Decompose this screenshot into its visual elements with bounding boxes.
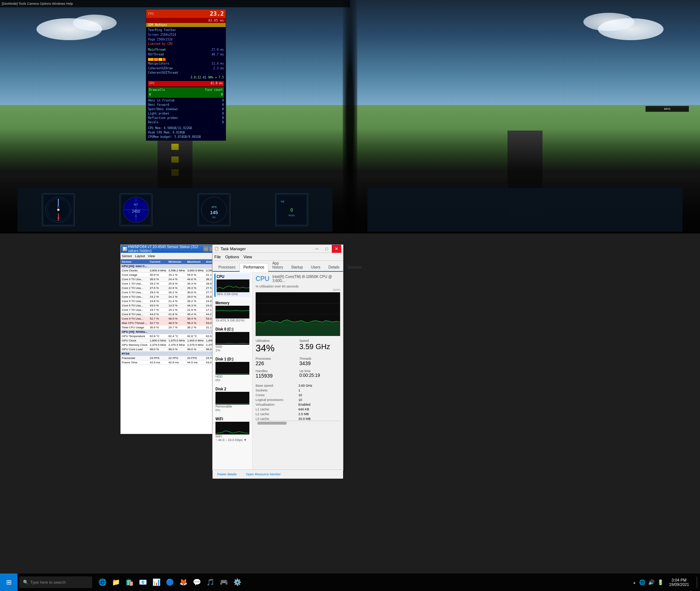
tab-processes[interactable]: Processes: [214, 263, 240, 271]
sidebar-disk0[interactable]: Disk 0 (C:) SSD1%: [214, 326, 250, 353]
util-label: Utilisation: [256, 339, 296, 343]
hwinfo-section-header: RTSS: [121, 352, 222, 356]
hwinfo-data-row[interactable]: GPU Clock1,890.0 MHz1,875.0 MHz1,905.0 M…: [121, 339, 222, 343]
sockets-row: Sockets:: [256, 389, 298, 392]
hwinfo-data-row[interactable]: Core 9 T0 Usa...52.7 %48.5 %56.4 %53.0 %: [121, 317, 222, 321]
disk1-mini-chart: [215, 362, 249, 375]
sidebar-disk1[interactable]: Disk 1 (D:) HDD0%: [214, 356, 250, 383]
taskbar-icon-excel[interactable]: 📊: [150, 576, 163, 589]
hwinfo-data-row[interactable]: Core 6 T0 Usa...43.0 %13.5 %44.3 %24.0 %: [121, 304, 222, 308]
tab-details[interactable]: Details: [324, 263, 344, 271]
taskbar-icon-settings[interactable]: ⚙️: [231, 576, 244, 589]
col-max[interactable]: Maximum: [186, 259, 205, 264]
vr-divider: [343, 0, 357, 233]
col-current[interactable]: Current: [149, 259, 167, 264]
tray-network[interactable]: 🌐: [639, 579, 645, 585]
cpu-stats: Utilisation 34% Speed 3.59 GHz Processes…: [256, 339, 340, 379]
hwinfo-data-row[interactable]: Frame Time42.9 ms42.6 ms44.5 ms43.0 ms: [121, 360, 222, 365]
taskbar-time: 3:04 PM: [669, 578, 689, 582]
hwinfo-data-row[interactable]: GPU Memory Clock2,375.5 MHz2,375.5 MHz2,…: [121, 343, 222, 347]
tab-performance[interactable]: Performance: [240, 263, 268, 272]
logical-val: 10: [299, 398, 341, 402]
taskbar-icon-chrome[interactable]: 🔵: [163, 576, 176, 589]
hwinfo-data-row[interactable]: Core 2 T0 Usa...27.6 %22.9 %29.3 %27.5 %: [121, 286, 222, 290]
taskbar-icon-store[interactable]: 🛍️: [123, 576, 136, 589]
taskbar-icon-spotify[interactable]: 🎵: [204, 576, 217, 589]
l2-row: L2 cache:: [256, 412, 298, 416]
menu-options[interactable]: Options: [225, 255, 239, 259]
base-speed-row: Base speed:: [256, 384, 298, 387]
threads-value: 3439: [299, 360, 340, 366]
tab-startup[interactable]: Startup: [287, 263, 307, 271]
hwinfo-data-row[interactable]: Core Usage30.9 %15.1 %54.6 %31.1 %: [121, 273, 222, 277]
hwinfo-data-row[interactable]: Core 8 T0 Usa...44.0 %41.8 %45.4 %44.2 %: [121, 312, 222, 317]
menu-view[interactable]: View: [244, 255, 252, 259]
taskmgr-maximize[interactable]: □: [322, 245, 331, 253]
hwinfo-data-row[interactable]: GPU Temperature62.8 °C62.4 °C62.8 °C62.6…: [121, 334, 222, 339]
reflection-probes: 0: [222, 116, 224, 120]
cpu-utilization-label: % Utilisation over 60 seconds: [256, 285, 340, 288]
sidebar-cpu[interactable]: CPU 34% 3.59 GHz: [214, 274, 250, 297]
taskbar-icon-firefox[interactable]: 🦊: [177, 576, 190, 589]
virt-label: Virtualisation:: [256, 403, 275, 406]
col-sensor[interactable]: Sensor: [121, 259, 149, 264]
disk0-sidebar-detail: SSD1%: [215, 345, 249, 352]
cores-row: Cores:: [256, 393, 298, 397]
cpu-handles-stat: Handles 115939: [256, 369, 296, 379]
hwinfo-data-row[interactable]: Core 1 T0 Usa...29.2 %25.6 %34.3 %28.8 %: [121, 282, 222, 286]
hwinfo-data-row[interactable]: Framerate23 FPS22 FPS23 FPS23 FPS: [121, 356, 222, 360]
devmode-stats-panel: FPS 23.2 43.05 ms SDR NoVsync TearPing T…: [146, 9, 226, 141]
hwinfo-data-row[interactable]: GPU Core Load98.0 %98.0 %99.0 %98.8 %: [121, 347, 222, 352]
tray-arrow[interactable]: ▲: [633, 580, 636, 584]
coherentgidraw-display: 2.3 ms: [213, 66, 224, 71]
tray-volume[interactable]: 🔊: [648, 579, 654, 585]
hwinfo-data-row[interactable]: Total CPU Usage30.9 %29.7 %36.2 %31.1 %: [121, 325, 222, 330]
hwinfo-minimize[interactable]: ─: [203, 246, 209, 251]
start-button[interactable]: ⊞: [0, 573, 18, 591]
hwinfo-titlebar: 📊 HWiNFO64 v7.10-4540 Sensor Status (312…: [121, 245, 222, 253]
hwinfo-menu-layout[interactable]: Layout: [135, 254, 145, 258]
hwinfo-data-row[interactable]: Core 4 T0 Usa...24.2 %24.2 %29.0 %25.8 %: [121, 295, 222, 299]
hwinfo-data-row[interactable]: Core 7 T0 Usa...15.7 %15.1 %21.9 %17.1 %: [121, 308, 222, 312]
omni-forward: 0: [222, 103, 224, 107]
tab-users[interactable]: Users: [307, 263, 324, 271]
taskmgr-minimize[interactable]: ─: [312, 245, 322, 253]
fewer-details-link[interactable]: Fewer details: [215, 471, 239, 477]
hwinfo-data-row[interactable]: Max CPU Thread ...52.7 %48.5 %56.4 %53.0…: [121, 321, 222, 325]
col-min[interactable]: Minimum: [167, 259, 186, 264]
disk2-sidebar-detail: Removable0%: [215, 405, 249, 412]
taskbar-search[interactable]: 🔍 Type here to search: [19, 576, 92, 588]
svg-text:kts: kts: [212, 216, 215, 219]
taskbar-icon-file[interactable]: 📁: [109, 576, 122, 589]
hwinfo-menu-view[interactable]: View: [148, 254, 155, 258]
sidebar-memory[interactable]: Memory 19.4/31.9 GB (61%): [214, 300, 250, 323]
sidebar-disk2[interactable]: Disk 2 Removable0%: [214, 386, 250, 413]
hwinfo-data-row[interactable]: Core 3 T0 Usa...29.0 %26.2 %30.8 %27.7 %: [121, 290, 222, 295]
l2-val: 2.5 MB: [299, 412, 341, 416]
hwinfo-data-row[interactable]: Core 5 T0 Usa...24.8 %21.4 %26.2 %24.8 %: [121, 299, 222, 304]
hwinfo-data-row[interactable]: Core 0 T0 Usa...38.9 %24.4 %44.6 %38.2 %: [121, 277, 222, 282]
virt-value: Enabled: [299, 403, 311, 406]
open-resource-monitor-link[interactable]: Open Resource Monitor: [244, 471, 283, 477]
taskmgr-close[interactable]: ✕: [332, 245, 341, 253]
svg-point-7: [57, 209, 59, 211]
hwinfo-menu-sensor[interactable]: Sensor: [122, 254, 132, 258]
tray-battery[interactable]: 🔋: [657, 579, 664, 585]
hwinfo-data-row[interactable]: Core Clocks3,600.9 MHz3,598.2 MHz3,600.9…: [121, 269, 222, 273]
taskmgr-scrollbar[interactable]: [256, 421, 340, 425]
taskbar-icon-edge[interactable]: 🌐: [96, 576, 109, 589]
taskmgr-titlebar: 📋 Task Manager ─ □ ✕: [213, 245, 343, 253]
sidebar-wifi[interactable]: WiFi WiFi↑ 40.0 ↓ 24.0 Kbps ▼: [214, 416, 250, 443]
taskbar-icon-steam[interactable]: 🎮: [217, 576, 230, 589]
omni-frustum: 0: [222, 98, 224, 103]
novsync-display: SDR NoVsync: [148, 23, 167, 27]
taskmgr-tabs: Processes Performance App history Startu…: [213, 261, 343, 272]
taskbar-icon-discord[interactable]: 💬: [190, 576, 203, 589]
show-desktop[interactable]: [693, 573, 700, 591]
tab-app-history[interactable]: App history: [268, 259, 287, 271]
scroll-thumb[interactable]: [257, 422, 287, 425]
taskbar-clock[interactable]: 3:04 PM 19/09/2021: [665, 578, 693, 587]
menu-file[interactable]: File: [214, 255, 221, 259]
taskbar-icon-mail[interactable]: 📧: [136, 576, 149, 589]
tab-services[interactable]: Services: [343, 263, 365, 271]
